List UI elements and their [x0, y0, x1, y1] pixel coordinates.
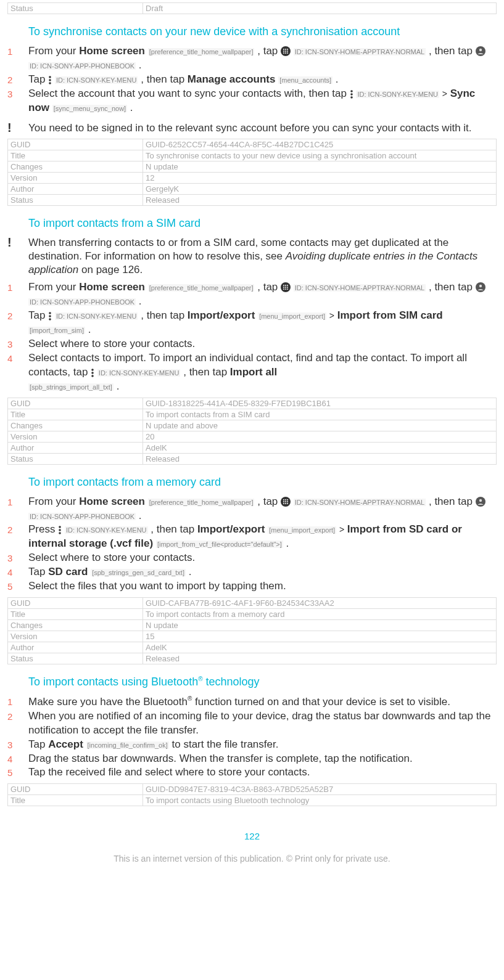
- svg-point-40: [283, 501, 284, 502]
- table-row: TitleTo import contacts from a memory ca…: [8, 609, 497, 620]
- table-row: ChangesN update: [8, 161, 497, 172]
- svg-point-45: [287, 503, 288, 504]
- step-number: 2: [7, 73, 28, 87]
- svg-point-42: [287, 501, 288, 502]
- svg-point-8: [285, 52, 286, 54]
- key-menu-icon: [48, 311, 52, 321]
- svg-point-38: [285, 499, 286, 500]
- phonebook-icon: [476, 282, 485, 292]
- chevron-right-icon: >: [442, 89, 447, 99]
- list-item: 1 From your Home screen [preference_titl…: [7, 280, 497, 309]
- list-item: 3 Select where to store your contacts.: [7, 551, 497, 565]
- list-item: 2 Press ID: ICN-SONY-KEY-MENU , then tap…: [7, 523, 497, 551]
- exclamation-icon: !: [7, 236, 28, 277]
- table-row: StatusReleased: [8, 453, 497, 464]
- svg-point-26: [285, 288, 286, 290]
- accept-label: Accept: [48, 738, 83, 750]
- list-item: 1 From your Home screen [preference_titl…: [7, 44, 497, 73]
- step-number: 2: [7, 709, 28, 738]
- footer-note: This is an internet version of this publ…: [7, 854, 497, 864]
- svg-point-4: [283, 51, 284, 52]
- table-row: GUIDGUID-6252CC57-4654-44CA-8F5C-44B27DC…: [8, 139, 497, 150]
- table-row: StatusReleased: [8, 194, 497, 205]
- step-number: 4: [7, 565, 28, 579]
- import-export-label: Import/export: [188, 309, 255, 321]
- key-menu-icon: [48, 75, 52, 85]
- list-item: 1 Make sure you have the Bluetooth® func…: [7, 695, 497, 709]
- svg-point-33: [91, 369, 94, 371]
- svg-point-9: [287, 52, 288, 54]
- svg-point-34: [91, 372, 94, 374]
- top-meta-table: Status Draft: [7, 2, 497, 14]
- svg-point-15: [350, 90, 353, 92]
- key-menu-icon: [350, 89, 353, 99]
- chevron-right-icon: >: [339, 525, 344, 534]
- id-tag: [sync_menu_sync_now]: [52, 105, 127, 112]
- svg-point-32: [49, 318, 51, 321]
- svg-point-49: [59, 529, 61, 532]
- step-number: 3: [7, 87, 28, 115]
- table-row: TitleTo import contacts from a SIM card: [8, 409, 497, 420]
- table-row: AuthorGergelyK: [8, 183, 497, 194]
- list-item: 1 From your Home screen [preference_titl…: [7, 495, 497, 523]
- svg-point-47: [479, 499, 481, 501]
- list-item: 5 Tap the received file and select where…: [7, 766, 497, 780]
- svg-point-35: [91, 375, 94, 377]
- page-number: 122: [7, 831, 497, 841]
- import-export-label: Import/export: [197, 523, 265, 535]
- step-number: 5: [7, 579, 28, 594]
- id-tag: [menu_accounts]: [278, 76, 333, 84]
- meta-table: GUIDGUID-6252CC57-4654-44CA-8F5C-44B27DC…: [7, 139, 497, 206]
- svg-point-41: [285, 501, 286, 502]
- step-number: 1: [7, 695, 28, 709]
- svg-point-14: [49, 82, 51, 84]
- step-number: 4: [7, 752, 28, 766]
- note-text: When transferring contacts to or from a …: [28, 236, 497, 277]
- phonebook-icon: [476, 46, 485, 56]
- step-number: 1: [7, 495, 28, 523]
- table-row: StatusReleased: [8, 653, 497, 664]
- section-heading-memory: To import contacts from a memory card: [28, 476, 497, 489]
- svg-point-7: [283, 52, 284, 54]
- step-number: 1: [7, 280, 28, 309]
- steps-list: 1 From your Home screen [preference_titl…: [7, 280, 497, 394]
- svg-point-27: [287, 288, 288, 290]
- svg-point-13: [49, 79, 51, 81]
- step-number: 3: [7, 551, 28, 565]
- step-number: 2: [7, 523, 28, 551]
- step-number: 3: [7, 337, 28, 351]
- document-page: Status Draft To synchronise contacts on …: [0, 0, 504, 876]
- id-tag: ID: ICN-SONY-APP-PHONEBOOK: [28, 62, 136, 70]
- svg-point-37: [283, 499, 284, 500]
- table-row: ChangesN update: [8, 620, 497, 631]
- svg-point-6: [287, 51, 288, 52]
- svg-point-3: [287, 49, 288, 50]
- section-heading-sim: To import contacts from a SIM card: [28, 217, 497, 230]
- svg-point-5: [285, 51, 286, 52]
- exclamation-icon: !: [7, 121, 28, 135]
- note-text: You need to be signed in to the relevant…: [28, 121, 472, 135]
- table-row: GUIDGUID-18318225-441A-4DE5-8329-F7ED19B…: [8, 398, 497, 409]
- svg-point-19: [283, 285, 284, 286]
- svg-point-21: [287, 285, 288, 286]
- id-tag: [preference_title_home_wallpaper]: [148, 48, 255, 55]
- svg-point-22: [283, 287, 284, 288]
- id-tag: ID: ICN-SONY-KEY-MENU: [356, 91, 439, 98]
- list-item: 3 Select where to store your contacts.: [7, 337, 497, 351]
- svg-point-43: [283, 503, 284, 504]
- table-row: GUIDGUID-CAFBA77B-691C-4AF1-9F60-B24534C…: [8, 598, 497, 609]
- svg-point-48: [59, 526, 61, 529]
- step-number: 3: [7, 738, 28, 752]
- list-item: 4 Tap SD card [spb_strings_gen_sd_card_t…: [7, 565, 497, 579]
- svg-point-11: [479, 49, 481, 51]
- table-row: AuthorAdelK: [8, 642, 497, 653]
- table-row: Status Draft: [8, 3, 497, 14]
- list-item: 2 Tap ID: ICN-SONY-KEY-MENU , then tap I…: [7, 309, 497, 337]
- svg-point-50: [59, 533, 61, 535]
- steps-list: 1 From your Home screen [preference_titl…: [7, 495, 497, 594]
- phonebook-icon: [476, 497, 485, 507]
- svg-point-23: [285, 287, 286, 288]
- manage-accounts-label: Manage accounts: [188, 73, 276, 85]
- import-from-sim-label: Import from SIM card: [337, 309, 443, 321]
- registered-icon: ®: [198, 676, 202, 682]
